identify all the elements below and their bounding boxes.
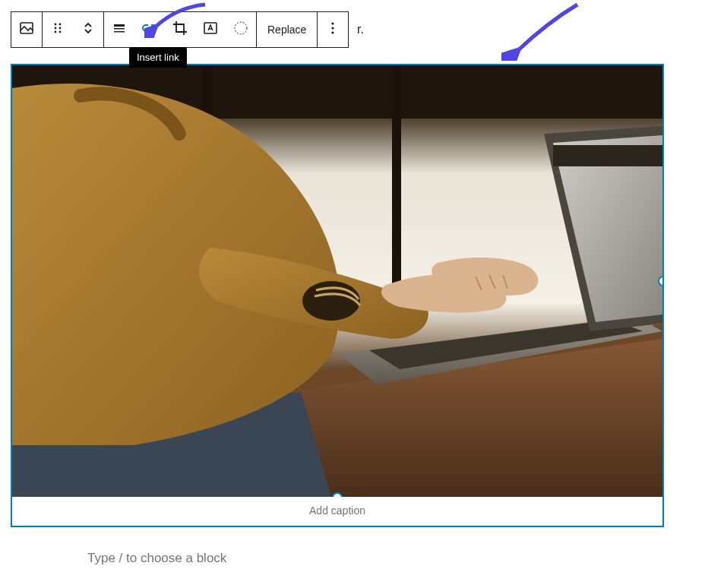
image-block[interactable]: Add caption	[11, 64, 664, 527]
align-button[interactable]	[104, 12, 134, 47]
image-icon	[17, 19, 36, 40]
replace-label: Replace	[267, 24, 306, 36]
svg-point-13	[332, 27, 334, 29]
more-options-button[interactable]	[318, 12, 348, 47]
duotone-icon	[232, 19, 250, 40]
svg-rect-9	[114, 31, 125, 33]
svg-point-2	[59, 24, 62, 26]
align-icon	[110, 19, 128, 40]
svg-point-12	[332, 22, 334, 24]
insert-link-tooltip: Insert link	[129, 47, 187, 68]
svg-point-14	[332, 31, 334, 33]
svg-point-11	[235, 22, 247, 34]
svg-rect-19	[553, 145, 662, 166]
background-text-fragment: r.	[357, 23, 364, 36]
more-vertical-icon	[324, 19, 342, 40]
chevron-up-down-icon	[79, 19, 97, 40]
new-block-placeholder[interactable]: Type / to choose a block	[87, 551, 226, 566]
drag-handle-icon	[49, 19, 67, 40]
duotone-button[interactable]	[226, 12, 256, 47]
move-up-down-button[interactable]	[73, 12, 103, 47]
svg-rect-18	[392, 65, 401, 293]
svg-rect-7	[114, 24, 125, 27]
drag-handle-button[interactable]	[43, 12, 73, 47]
annotation-arrow-right	[501, 0, 585, 61]
svg-point-6	[59, 31, 62, 33]
svg-point-1	[55, 24, 57, 26]
svg-rect-8	[114, 28, 125, 30]
image-block-type-button[interactable]	[11, 12, 42, 47]
replace-button[interactable]: Replace	[257, 12, 317, 47]
svg-point-3	[55, 27, 57, 30]
annotation-arrow-left	[144, 0, 213, 38]
selected-image[interactable]	[12, 65, 662, 497]
caption-input[interactable]: Add caption	[12, 497, 662, 526]
svg-point-5	[55, 31, 57, 33]
svg-point-4	[59, 27, 62, 30]
